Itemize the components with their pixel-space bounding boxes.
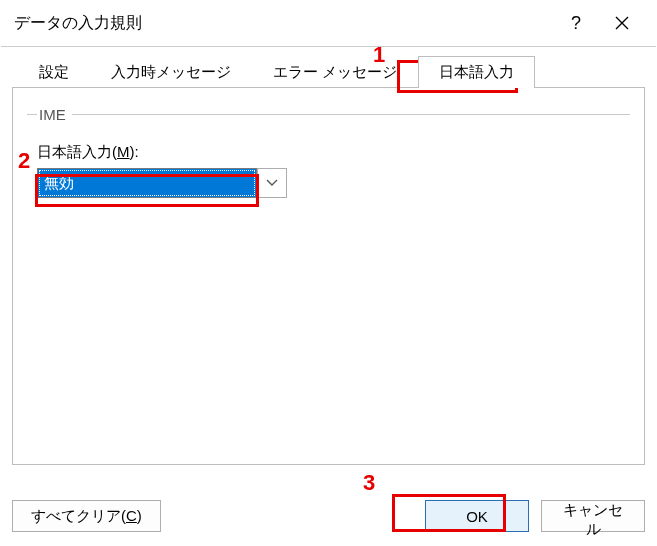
ime-group: IME 日本語入力(M): 無効 <box>27 106 630 208</box>
ime-group-label: IME <box>37 106 72 123</box>
titlebar: データの入力規則 ? <box>0 0 657 46</box>
close-icon <box>615 16 629 30</box>
window-title: データの入力規則 <box>14 13 553 34</box>
ime-mode-label: 日本語入力(M): <box>37 143 620 162</box>
ime-mode-value: 無効 <box>37 168 257 198</box>
dialog-footer: すべてクリア(C) OK キャンセル <box>12 500 645 532</box>
tab-ime[interactable]: 日本語入力 <box>418 56 535 88</box>
chevron-down-icon <box>266 179 278 187</box>
tab-strip: 設定 入力時メッセージ エラー メッセージ 日本語入力 <box>12 55 645 87</box>
tab-error-message[interactable]: エラー メッセージ <box>252 56 418 88</box>
help-button[interactable]: ? <box>553 0 599 46</box>
ime-mode-select[interactable]: 無効 <box>37 168 287 198</box>
ime-mode-dropdown-button[interactable] <box>257 168 287 198</box>
close-button[interactable] <box>599 0 645 46</box>
tab-settings[interactable]: 設定 <box>18 56 90 88</box>
ok-button[interactable]: OK <box>425 500 529 532</box>
tab-input-message[interactable]: 入力時メッセージ <box>90 56 252 88</box>
clear-all-button[interactable]: すべてクリア(C) <box>12 500 161 532</box>
help-icon: ? <box>571 13 581 34</box>
cancel-button[interactable]: キャンセル <box>541 500 645 532</box>
tab-panel-ime: IME 日本語入力(M): 無効 <box>12 87 645 465</box>
dialog-body: 設定 入力時メッセージ エラー メッセージ 日本語入力 IME 日本語入力(M)… <box>0 47 657 477</box>
